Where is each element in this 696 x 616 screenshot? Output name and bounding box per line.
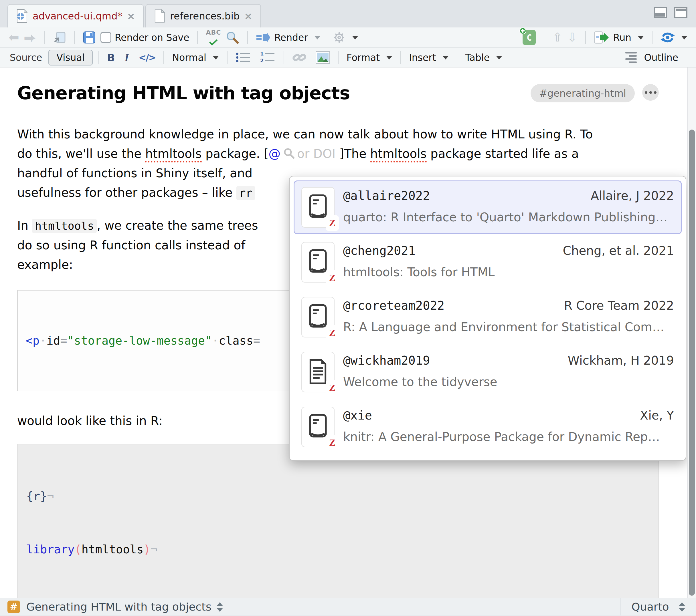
close-tab-icon[interactable]: × xyxy=(244,10,252,22)
link-button[interactable] xyxy=(290,50,309,65)
book-icon: Z xyxy=(301,297,334,338)
divider xyxy=(74,31,75,44)
visual-editor-canvas[interactable]: Generating HTML with tag objects #genera… xyxy=(0,67,696,598)
zotero-badge-icon: Z xyxy=(327,436,338,450)
checkbox-box[interactable] xyxy=(100,32,111,43)
run-label: Run xyxy=(613,32,631,43)
inline-code: htmltools xyxy=(32,219,97,233)
page-title: Generating HTML with tag objects xyxy=(17,80,350,107)
format-menu-caret[interactable] xyxy=(386,56,392,60)
citation-completion-popup: Z @allaire2022Allaire, J 2022 quarto: R … xyxy=(289,176,686,461)
scrollbar-thumb[interactable] xyxy=(689,130,695,596)
tab-references-bib[interactable]: references.bib × xyxy=(145,4,261,28)
previous-chunk-icon[interactable]: ⇧ xyxy=(550,30,565,45)
divider xyxy=(457,51,457,64)
minimize-pane-icon[interactable] xyxy=(654,7,667,18)
format-menu[interactable]: Format xyxy=(344,51,395,64)
citation-entry-cheng2021[interactable]: Z @cheng2021Cheng, et al. 2021 htmltools… xyxy=(294,236,682,289)
render-button[interactable]: Render xyxy=(254,30,322,45)
maximize-pane-icon[interactable] xyxy=(674,7,687,18)
mode-label: Quarto xyxy=(631,601,669,613)
book-icon: Z xyxy=(301,407,334,447)
settings-dropdown-caret[interactable] xyxy=(352,36,358,39)
section-anchor-badge: #generating-html xyxy=(531,84,635,102)
section-options-button[interactable] xyxy=(642,84,659,101)
abc-icon: ABC xyxy=(206,30,221,36)
article-icon: Z xyxy=(301,352,334,392)
paragraph-style-caret[interactable] xyxy=(212,56,219,60)
divider xyxy=(227,51,227,64)
render-on-save-checkbox[interactable]: Render on Save xyxy=(98,31,192,44)
outline-toggle[interactable]: Outline xyxy=(623,51,681,64)
italic-button[interactable]: I xyxy=(122,50,131,65)
paragraph-style-value: Normal xyxy=(172,52,206,63)
divider xyxy=(197,31,198,44)
divider xyxy=(338,51,338,64)
forward-button[interactable]: ⮕ xyxy=(21,30,38,45)
paragraph-style-dropdown[interactable]: Normal xyxy=(170,51,221,64)
render-dropdown-caret[interactable] xyxy=(314,36,320,39)
tab-advanced-ui-qmd[interactable]: advanced-ui.qmd* × xyxy=(7,4,144,28)
citation-at-cursor[interactable]: @ xyxy=(268,147,281,161)
citation-id: @allaire2022 xyxy=(343,189,430,203)
render-label: Render xyxy=(274,32,307,43)
table-menu[interactable]: Table xyxy=(463,51,505,64)
divider xyxy=(585,31,586,44)
insert-menu-caret[interactable] xyxy=(442,56,449,60)
book-icon: Z xyxy=(301,242,334,282)
zotero-badge-icon: Z xyxy=(327,326,338,340)
numbered-list-button[interactable]: 12 xyxy=(257,50,278,65)
citation-entry-wickham2019[interactable]: Z @wickham2019Wickham, H 2019 Welcome to… xyxy=(294,345,682,399)
bib-file-icon xyxy=(154,9,165,23)
citation-entry-rcoreteam2022[interactable]: Z @rcoreteam2022R Core Team 2022 R: A La… xyxy=(294,290,682,344)
inline-code: rr xyxy=(236,186,255,200)
refresh-dropdown-caret[interactable] xyxy=(681,36,687,39)
section-navigator-updown-icon[interactable] xyxy=(217,602,223,612)
next-chunk-icon[interactable]: ⇩ xyxy=(565,30,580,45)
vertical-scrollbar[interactable] xyxy=(687,67,696,598)
divider xyxy=(44,31,45,44)
open-in-new-window-icon[interactable] xyxy=(51,30,68,45)
citation-id: @xie xyxy=(343,408,372,422)
citation-title: knitr: A General-Purpose Package for Dyn… xyxy=(343,430,674,444)
section-navigator[interactable]: Generating HTML with tag objects xyxy=(26,601,211,613)
citation-entry-xie[interactable]: Z @xieXie, Y knitr: A General-Purpose Pa… xyxy=(294,400,682,454)
source-refresh-icon[interactable] xyxy=(658,30,690,45)
settings-gear-icon[interactable] xyxy=(330,30,361,45)
divider xyxy=(247,31,248,44)
visual-mode-button[interactable]: Visual xyxy=(48,50,93,65)
code-format-button[interactable]: </> xyxy=(136,51,158,64)
run-dropdown-caret[interactable] xyxy=(638,36,644,39)
citation-title: Welcome to the tidyverse xyxy=(343,375,674,389)
spellcheck-button[interactable]: ABC xyxy=(204,28,223,47)
insert-menu[interactable]: Insert xyxy=(407,51,451,64)
back-button[interactable]: ⬅ xyxy=(6,30,21,45)
r-code-chunk[interactable]: {r}¬ library(htmltools)¬ ¬ p(id="storage… xyxy=(17,444,659,598)
heading-hash-icon: # xyxy=(7,601,20,613)
citation-title: htmltools: Tools for HTML xyxy=(343,265,674,279)
close-tab-icon[interactable]: × xyxy=(127,10,135,22)
source-mode-button[interactable]: Source xyxy=(7,51,44,64)
tab-title: advanced-ui.qmd* xyxy=(33,10,122,22)
find-replace-icon[interactable] xyxy=(223,30,241,46)
zotero-badge-icon: Z xyxy=(327,271,338,285)
citation-author: Cheng, et al. 2021 xyxy=(563,244,674,258)
bold-button[interactable]: B xyxy=(105,51,117,65)
insert-chunk-button[interactable]: C xyxy=(520,29,538,46)
render-on-save-label: Render on Save xyxy=(115,32,189,43)
tab-title: references.bib xyxy=(170,10,239,22)
run-button[interactable]: Run xyxy=(591,30,646,45)
citation-author: R Core Team 2022 xyxy=(564,298,674,312)
image-button[interactable] xyxy=(313,50,332,65)
document-mode-selector[interactable]: Quarto xyxy=(620,598,696,615)
zotero-badge-icon: Z xyxy=(327,381,338,395)
divider xyxy=(400,51,401,64)
bullet-list-button[interactable] xyxy=(233,50,253,65)
save-button[interactable] xyxy=(80,30,98,45)
table-menu-caret[interactable] xyxy=(496,56,502,60)
citation-search-icon xyxy=(283,148,295,159)
zotero-badge-icon: Z xyxy=(327,216,338,230)
citation-entry-allaire2022[interactable]: Z @allaire2022Allaire, J 2022 quarto: R … xyxy=(294,180,682,234)
book-icon: Z xyxy=(301,187,334,228)
spellcheck-word: htmltools xyxy=(145,147,202,162)
